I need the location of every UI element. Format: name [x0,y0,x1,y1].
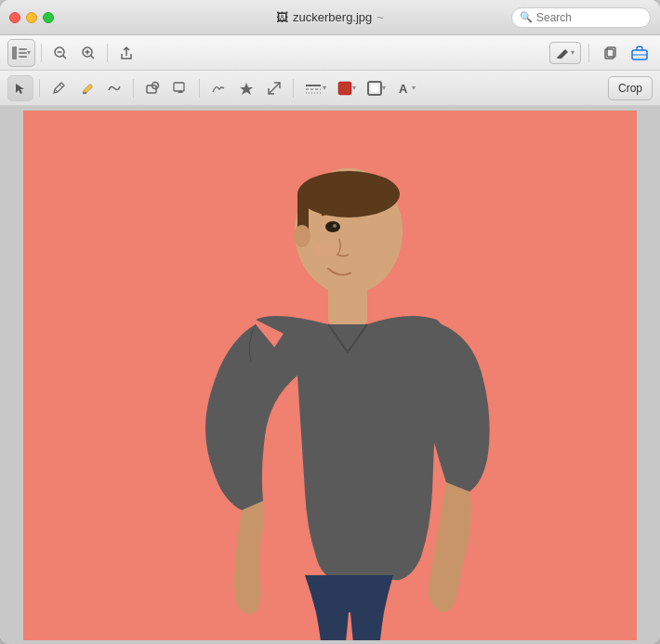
chevron-down-icon: ▾ [382,84,386,92]
crop-adjust-icon [267,81,282,96]
sketch-icon [51,81,66,96]
window-title-group: 🖼 zuckerberg.jpg ~ [276,10,384,24]
zoom-in-button[interactable] [75,40,101,66]
toolbar-primary: ▾ [0,35,660,71]
crop-adjust-button[interactable] [261,75,287,101]
crop-label: Crop [618,82,642,95]
svg-line-24 [269,83,280,94]
crop-button[interactable]: Crop [608,76,653,100]
shapes-icon [145,81,160,96]
chevron-down-icon: ▾ [323,84,326,92]
svg-marker-15 [16,84,24,94]
svg-point-36 [294,225,310,247]
search-box[interactable]: 🔍 [511,7,651,28]
highlight-icon [79,81,94,96]
title-bar-right: 🔍 [511,7,651,28]
border-style-icon [304,81,323,96]
sketch-button[interactable] [46,75,72,101]
chevron-down-icon: ▾ [571,48,574,57]
share-icon [119,46,134,60]
view-mode-select[interactable]: ▾ [549,42,581,64]
svg-marker-23 [240,83,253,95]
svg-rect-2 [19,52,27,54]
separator-t2-2 [133,79,134,98]
copy-icon [602,46,617,60]
chevron-down-icon: ▾ [352,84,356,92]
window-title: zuckerberg.jpg [293,10,372,24]
title-modified-indicator: ~ [376,10,384,24]
svg-line-10 [91,55,95,59]
draw-icon [107,81,122,96]
image-content [23,111,637,640]
separator-t2-4 [293,79,294,98]
toolbox-button[interactable] [627,40,653,66]
toolbox-icon [631,46,648,60]
border-color-icon [367,81,382,96]
separator-1 [41,44,42,62]
zoom-in-icon [81,46,96,60]
close-button[interactable] [9,12,20,23]
border-color-button[interactable]: ▾ [363,75,390,101]
stamp-icon [239,81,254,96]
zoom-out-icon [53,46,68,60]
canvas-area [0,106,660,644]
fill-color-button[interactable]: ▾ [333,75,361,101]
svg-point-38 [325,221,340,232]
image-canvas[interactable] [23,111,637,640]
svg-rect-3 [19,56,27,58]
stamp-button[interactable] [233,75,259,101]
signature-button[interactable] [205,75,231,101]
text-format-icon: A [397,81,412,96]
fill-color-icon [337,81,352,96]
svg-point-34 [297,171,400,217]
maximize-button[interactable] [43,12,54,23]
minimize-button[interactable] [26,12,37,23]
toolbar2-right-group: Crop [608,76,653,100]
draw-button[interactable] [101,75,127,101]
arrow-select-icon [14,82,27,95]
main-window: 🖼 zuckerberg.jpg ~ 🔍 ▾ [0,0,660,644]
svg-rect-1 [19,48,27,50]
sidebar-toggle-button[interactable]: ▾ [8,40,34,66]
title-bar: 🖼 zuckerberg.jpg ~ 🔍 [0,0,660,35]
search-icon: 🔍 [520,11,533,23]
highlight-button[interactable] [73,75,99,101]
border-style-button[interactable]: ▾ [299,75,331,101]
chevron-down-icon: ▾ [27,48,31,57]
text-shapes-icon [173,81,188,96]
svg-point-40 [314,243,337,257]
toolbar-right-group: ▾ [549,40,653,66]
svg-line-17 [59,85,62,87]
svg-rect-0 [12,46,17,59]
signature-icon [211,81,226,96]
sidebar-icon [12,46,27,59]
chevron-down-icon: ▾ [412,84,416,92]
arrow-select-button[interactable] [7,75,33,101]
document-icon: 🖼 [276,10,288,24]
shapes-button[interactable] [139,75,165,101]
svg-line-16 [55,89,58,92]
svg-line-6 [63,55,67,59]
text-format-button[interactable]: A ▾ [392,75,420,101]
pen-icon [556,47,569,59]
traffic-lights [9,12,54,23]
separator-3 [588,44,589,62]
share-button[interactable] [113,40,139,66]
separator-t2-1 [39,79,40,98]
toolbar-secondary: ▾ ▾ ▾ A ▾ Crop [0,71,660,106]
svg-rect-37 [328,283,367,324]
svg-text:A: A [399,82,408,96]
zoom-out-button[interactable] [47,40,73,66]
svg-rect-28 [338,82,351,95]
separator-t2-3 [199,79,200,98]
svg-rect-21 [174,83,184,91]
separator-2 [107,44,108,62]
copy-button[interactable] [597,40,623,66]
svg-point-39 [333,224,337,228]
sidebar-toggle-group: ▾ [7,39,35,67]
text-shapes-button[interactable] [167,75,193,101]
search-input[interactable] [536,11,642,24]
